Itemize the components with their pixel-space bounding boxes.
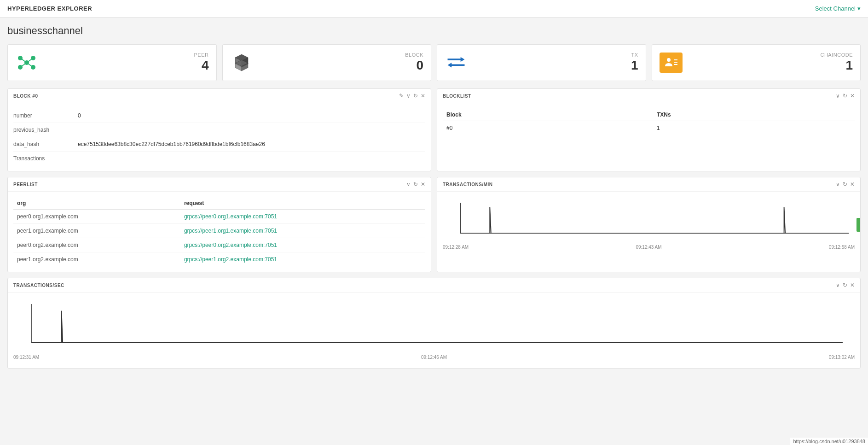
peer-info: PEER 4 <box>194 52 209 73</box>
peerlist-refresh-icon[interactable]: ↻ <box>413 181 418 187</box>
dashboard-grid: BLOCK #0 ✎ ∨ ↻ ✕ number 0 previous_hash <box>7 88 861 369</box>
block-number-cell: #0 <box>443 121 653 135</box>
select-channel-button[interactable]: Select Channel ▾ <box>815 5 861 12</box>
peer-value: 4 <box>194 58 209 73</box>
field-name-data-hash: data_hash <box>13 141 78 147</box>
tx-card: TX 1 <box>437 44 646 81</box>
peer-org-cell: peer0.org2.example.com <box>13 238 180 252</box>
table-row: peer1.org1.example.com grpcs://peer1.org… <box>13 224 425 238</box>
block0-panel-header: BLOCK #0 ✎ ∨ ↻ ✕ <box>8 89 431 103</box>
peer-request-cell: grpcs://peer0.org1.example.com:7051 <box>180 210 425 224</box>
peer-label: PEER <box>194 52 209 58</box>
tx-sec-panel-header: TRANSACTIONS/SEC ∨ ↻ ✕ <box>8 278 860 293</box>
tx-min-controls: ∨ ↻ ✕ <box>836 181 855 187</box>
tx-sec-close-icon[interactable]: ✕ <box>850 282 855 288</box>
svg-point-20 <box>667 58 671 62</box>
tx-sec-body: 09:12:31 AM 09:12:46 AM 09:13:02 AM <box>8 293 860 368</box>
block0-close-icon[interactable]: ✕ <box>421 93 425 99</box>
tx-sec-collapse-icon[interactable]: ∨ <box>836 282 840 288</box>
field-value-data-hash: ece751538dee63b8c30ec227df75dceb1bb76196… <box>78 141 265 147</box>
block-txns-cell: 1 <box>653 121 855 135</box>
peerlist-panel-header: PEERLIST ∨ ↻ ✕ <box>8 177 431 192</box>
tx-label: TX <box>631 52 638 58</box>
green-status-indicator <box>856 218 860 232</box>
table-row: peer1.org2.example.com grpcs://peer1.org… <box>13 252 425 267</box>
blocklist-body: Block TXNs #0 1 <box>437 103 860 141</box>
block-field-number: number 0 <box>13 109 425 123</box>
tx-value: 1 <box>631 58 638 73</box>
tx-min-panel: TRANSACTIONS/MIN ∨ ↻ ✕ <box>437 177 861 272</box>
tx-min-title: TRANSACTIONS/MIN <box>443 182 493 187</box>
block0-edit-icon[interactable]: ✎ <box>399 93 404 99</box>
blocklist-panel-header: BLOCKLIST ∨ ↻ ✕ <box>437 89 860 103</box>
block0-body: number 0 previous_hash data_hash ece7515… <box>8 103 431 171</box>
channel-dropdown-icon: ▾ <box>857 5 861 12</box>
tx-min-time-3: 09:12:58 AM <box>829 245 855 250</box>
tx-sec-title: TRANSACTIONS/SEC <box>13 283 64 288</box>
peerlist-col-request: request <box>180 197 425 210</box>
peer-org-cell: peer0.org1.example.com <box>13 210 180 224</box>
field-name-transactions: Transactions <box>13 155 78 162</box>
block-field-data-hash: data_hash ece751538dee63b8c30ec227df75dc… <box>13 137 425 152</box>
tx-min-time-1: 09:12:28 AM <box>443 245 469 250</box>
peer-request-cell: grpcs://peer1.org2.example.com:7051 <box>180 252 425 267</box>
block-field-prev-hash: previous_hash <box>13 123 425 137</box>
block-field-transactions: Transactions <box>13 152 425 165</box>
peerlist-controls: ∨ ↻ ✕ <box>406 181 425 187</box>
app-logo: HYPERLEDGER EXPLORER <box>7 5 92 12</box>
peer-org-cell: peer1.org2.example.com <box>13 252 180 267</box>
tx-sec-axis-labels: 09:12:31 AM 09:12:46 AM 09:13:02 AM <box>13 355 855 360</box>
tx-icon <box>445 51 468 74</box>
tx-min-axis-labels: 09:12:28 AM 09:12:43 AM 09:12:58 AM <box>443 245 855 250</box>
block0-refresh-icon[interactable]: ↻ <box>413 93 418 99</box>
blocklist-collapse-icon[interactable]: ∨ <box>836 93 840 99</box>
main-content: businesschannel PEER 4 <box>0 18 868 376</box>
blocklist-panel: BLOCKLIST ∨ ↻ ✕ Block TXNs <box>437 88 861 171</box>
blocklist-title: BLOCKLIST <box>443 94 471 99</box>
blocklist-controls: ∨ ↻ ✕ <box>836 93 855 99</box>
app-header: HYPERLEDGER EXPLORER Select Channel ▾ <box>0 0 868 18</box>
peerlist-close-icon[interactable]: ✕ <box>421 181 425 187</box>
table-row: peer0.org1.example.com grpcs://peer0.org… <box>13 210 425 224</box>
tx-min-close-icon[interactable]: ✕ <box>850 181 855 187</box>
tx-min-time-2: 09:12:43 AM <box>636 245 661 250</box>
svg-marker-17 <box>461 57 465 62</box>
tx-sec-time-1: 09:12:31 AM <box>13 355 39 360</box>
blocklist-close-icon[interactable]: ✕ <box>850 93 855 99</box>
peerlist-table: org request peer0.org1.example.com grpcs… <box>13 197 425 266</box>
tx-min-refresh-icon[interactable]: ↻ <box>843 181 847 187</box>
block-icon <box>230 51 253 74</box>
page-title: businesschannel <box>7 25 861 37</box>
svg-line-5 <box>20 58 27 63</box>
peer-request-cell: grpcs://peer1.org1.example.com:7051 <box>180 224 425 238</box>
svg-marker-19 <box>448 63 452 68</box>
table-row: peer0.org2.example.com grpcs://peer0.org… <box>13 238 425 252</box>
peerlist-col-org: org <box>13 197 180 210</box>
table-row: #0 1 <box>443 121 855 135</box>
chaincode-info: CHAINCODE 1 <box>820 52 853 73</box>
tx-sec-controls: ∨ ↻ ✕ <box>836 282 855 288</box>
peerlist-body: org request peer0.org1.example.com grpcs… <box>8 192 431 272</box>
field-name-prev-hash: previous_hash <box>13 127 78 133</box>
block0-collapse-icon[interactable]: ∨ <box>406 93 411 99</box>
block-label: BLOCK <box>405 52 423 58</box>
tx-sec-chart: 09:12:31 AM 09:12:46 AM 09:13:02 AM <box>13 298 855 363</box>
block-value: 0 <box>405 58 423 73</box>
blocklist-col-txns: TXNs <box>653 109 855 121</box>
tx-info: TX 1 <box>631 52 638 73</box>
tx-min-panel-header: TRANSACTIONS/MIN ∨ ↻ ✕ <box>437 177 860 192</box>
tx-min-collapse-icon[interactable]: ∨ <box>836 181 840 187</box>
field-name-number: number <box>13 112 78 119</box>
tx-sec-refresh-icon[interactable]: ↻ <box>843 282 847 288</box>
tx-sec-time-2: 09:12:46 AM <box>421 355 447 360</box>
block0-controls: ✎ ∨ ↻ ✕ <box>399 93 425 99</box>
blocklist-table: Block TXNs #0 1 <box>443 109 855 135</box>
chaincode-label: CHAINCODE <box>820 52 853 58</box>
peer-icon <box>15 51 38 74</box>
peerlist-title: PEERLIST <box>13 182 38 187</box>
summary-cards: PEER 4 BLOCK 0 <box>7 44 861 81</box>
svg-line-6 <box>27 58 33 63</box>
blocklist-refresh-icon[interactable]: ↻ <box>843 93 847 99</box>
tx-sec-time-3: 09:13:02 AM <box>829 355 855 360</box>
peerlist-collapse-icon[interactable]: ∨ <box>406 181 411 187</box>
